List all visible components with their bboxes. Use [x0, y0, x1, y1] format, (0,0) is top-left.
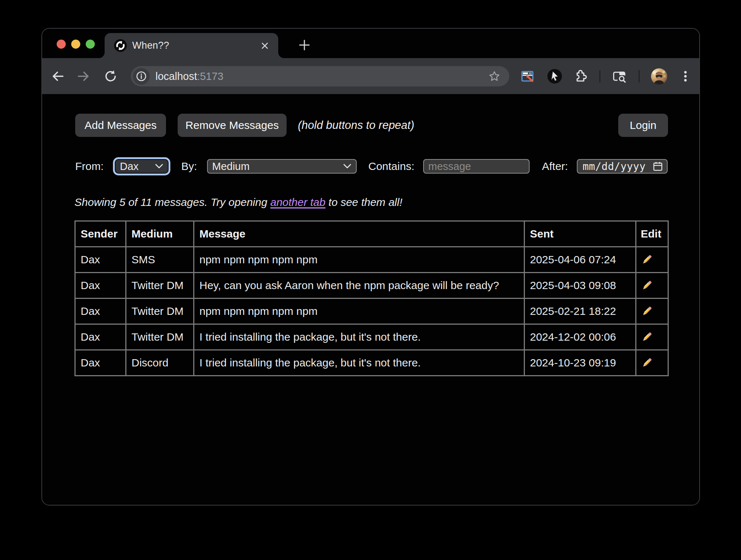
- table-row: Dax Discord I tried installing the packa…: [75, 350, 668, 376]
- minimize-window-button[interactable]: [71, 40, 80, 49]
- edit-cell: [636, 273, 668, 299]
- browser-window: When??: [41, 28, 700, 506]
- by-label: By:: [181, 159, 197, 174]
- address-bar[interactable]: localhost:5173: [131, 66, 509, 86]
- traffic-lights: [57, 40, 95, 49]
- profile-avatar[interactable]: [651, 68, 667, 85]
- login-button[interactable]: Login: [618, 114, 668, 137]
- cell-medium: Twitter DM: [126, 299, 194, 324]
- edit-cell: [636, 350, 668, 376]
- calendar-icon[interactable]: [652, 161, 663, 172]
- from-label: From:: [75, 159, 104, 174]
- url-port: :5173: [197, 70, 223, 82]
- bookmark-star-icon[interactable]: [486, 68, 503, 85]
- cell-medium: Twitter DM: [126, 273, 194, 299]
- by-select-value: Medium: [212, 161, 343, 173]
- zoom-window-button[interactable]: [86, 40, 95, 49]
- remove-messages-button[interactable]: Remove Messages: [178, 114, 287, 137]
- table-row: Dax Twitter DM Hey, can you ask Aaron wh…: [75, 273, 668, 299]
- cell-sent: 2025-04-03 09:08: [525, 273, 636, 299]
- edit-pencil-icon[interactable]: [641, 305, 653, 317]
- edit-cell: [636, 247, 668, 273]
- cell-sender: Dax: [75, 324, 126, 350]
- edit-pencil-icon[interactable]: [641, 331, 653, 343]
- back-button[interactable]: [50, 68, 66, 85]
- after-label: After:: [542, 159, 568, 174]
- tab-title: When??: [132, 40, 259, 51]
- site-info-icon[interactable]: [133, 68, 150, 85]
- toolbar-divider: [639, 70, 640, 82]
- contains-placeholder: message: [428, 161, 471, 173]
- cell-message: npm npm npm npm npm: [194, 247, 525, 273]
- tab-close-icon[interactable]: [259, 40, 270, 51]
- cell-message: I tried installing the package, but it's…: [194, 350, 525, 376]
- screenshot-stage: When??: [0, 0, 741, 560]
- forward-button[interactable]: [75, 68, 92, 85]
- tab-search-icon[interactable]: [611, 68, 628, 85]
- edit-pencil-icon[interactable]: [641, 357, 653, 369]
- cell-sent: 2025-04-06 07:24: [525, 247, 636, 273]
- header-medium: Medium: [126, 221, 194, 247]
- date-placeholder: mm/dd/yyyy: [583, 161, 652, 173]
- hold-buttons-note: (hold buttons to repeat): [298, 114, 414, 137]
- cell-medium: SMS: [126, 247, 194, 273]
- chevron-down-icon: [343, 163, 352, 169]
- reload-button[interactable]: [102, 68, 119, 85]
- contains-label: Contains:: [368, 159, 414, 174]
- after-date-input[interactable]: mm/dd/yyyy: [577, 159, 668, 174]
- header-edit: Edit: [636, 221, 668, 247]
- cell-message: I tried installing the package, but it's…: [194, 324, 525, 350]
- cell-sent: 2024-10-23 09:19: [525, 350, 636, 376]
- another-tab-link[interactable]: another tab: [270, 196, 325, 208]
- header-sent: Sent: [525, 221, 636, 247]
- cell-sender: Dax: [75, 247, 126, 273]
- cell-sent: 2024-12-02 00:06: [525, 324, 636, 350]
- by-select[interactable]: Medium: [207, 159, 357, 174]
- close-window-button[interactable]: [57, 40, 66, 49]
- cell-message: npm npm npm npm npm: [194, 299, 525, 324]
- table-row: Dax SMS npm npm npm npm npm 2025-04-06 0…: [75, 247, 668, 273]
- edit-pencil-icon[interactable]: [641, 279, 653, 292]
- tab-strip: When??: [42, 29, 699, 58]
- table-row: Dax Twitter DM npm npm npm npm npm 2025-…: [75, 299, 668, 324]
- menu-kebab-icon[interactable]: [677, 68, 694, 85]
- edit-cell: [636, 299, 668, 324]
- tab-favicon-sync-icon: [114, 39, 127, 52]
- browser-tab[interactable]: When??: [105, 33, 278, 58]
- page-content: Add Messages Remove Messages (hold butto…: [42, 94, 699, 506]
- contains-input[interactable]: message: [423, 159, 530, 174]
- messages-table: Sender Medium Message Sent Edit Dax SMS …: [74, 220, 669, 376]
- cell-sender: Dax: [75, 350, 126, 376]
- cell-sent: 2025-02-21 18:22: [525, 299, 636, 324]
- cell-medium: Discord: [126, 350, 194, 376]
- extension-cursor-icon[interactable]: [546, 68, 563, 85]
- table-header-row: Sender Medium Message Sent Edit: [75, 221, 668, 247]
- status-prefix: Showing 5 of 11 messages. Try opening: [74, 196, 270, 208]
- add-messages-button[interactable]: Add Messages: [75, 114, 166, 137]
- edit-pencil-icon[interactable]: [641, 253, 653, 266]
- url-host: localhost: [155, 70, 197, 82]
- url-text[interactable]: localhost:5173: [155, 70, 486, 82]
- extension-window-resizer-icon[interactable]: [519, 68, 536, 85]
- chevron-down-icon: [155, 163, 163, 169]
- from-select[interactable]: Dax: [115, 159, 169, 174]
- header-message: Message: [194, 221, 525, 247]
- cell-sender: Dax: [75, 273, 126, 299]
- table-row: Dax Twitter DM I tried installing the pa…: [75, 324, 668, 350]
- header-sender: Sender: [75, 221, 126, 247]
- status-line: Showing 5 of 11 messages. Try opening an…: [74, 196, 402, 208]
- browser-toolbar: localhost:5173: [42, 58, 699, 94]
- status-suffix: to see them all!: [325, 196, 402, 208]
- cell-medium: Twitter DM: [126, 324, 194, 350]
- cell-sender: Dax: [75, 299, 126, 324]
- from-select-value: Dax: [120, 161, 155, 173]
- edit-cell: [636, 324, 668, 350]
- toolbar-divider: [599, 70, 600, 82]
- cell-message: Hey, can you ask Aaron when the npm pack…: [194, 273, 525, 299]
- extensions-puzzle-icon[interactable]: [572, 68, 589, 85]
- new-tab-button[interactable]: [297, 38, 311, 52]
